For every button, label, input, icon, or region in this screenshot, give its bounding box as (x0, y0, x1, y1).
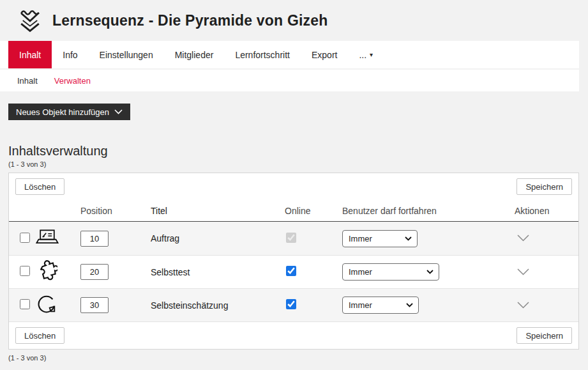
row-title: Auftrag (146, 233, 280, 243)
row-title: Selbsttest (146, 267, 280, 277)
position-input[interactable] (80, 264, 109, 280)
row-select-checkbox[interactable] (20, 266, 30, 276)
caret-down-icon: ▾ (370, 52, 373, 58)
position-input[interactable] (80, 231, 109, 247)
survey-icon (36, 293, 57, 315)
online-checkbox[interactable] (286, 299, 296, 309)
proceed-select[interactable]: Immer (342, 230, 418, 247)
result-range-bottom: (1 - 3 von 3) (8, 354, 588, 362)
subtab-bar: Inhalt Verwalten (0, 70, 579, 91)
row-actions-chevron-icon[interactable] (517, 235, 529, 242)
delete-button-top[interactable]: Löschen (15, 178, 64, 195)
column-header-actions: Aktionen (490, 206, 578, 216)
position-input[interactable] (80, 297, 109, 313)
table-row: Auftrag Immer (9, 222, 578, 255)
tab-lernfortschritt[interactable]: Lernfortschritt (224, 41, 301, 68)
proceed-select[interactable]: Immer (342, 263, 439, 281)
column-header-title: Titel (146, 206, 280, 216)
subtab-inhalt[interactable]: Inhalt (17, 76, 38, 86)
exercise-icon (36, 228, 59, 247)
app-window: Lernsequenz - Die Pyramide von Gizeh Inh… (0, 0, 588, 370)
subtab-verwalten[interactable]: Verwalten (54, 76, 91, 86)
row-actions-chevron-icon[interactable] (517, 302, 529, 309)
table-row: Selbsteinschätzung Immer (9, 288, 578, 321)
test-icon (36, 260, 57, 282)
table-row: Selbsttest Immer (9, 255, 578, 288)
column-header-position: Position (74, 206, 146, 216)
tab-export[interactable]: Export (301, 41, 348, 68)
delete-button-bottom[interactable]: Löschen (15, 327, 64, 344)
online-checkbox[interactable] (286, 266, 296, 276)
tab-inhalt[interactable]: Inhalt (8, 41, 52, 68)
table-toolbar-top: Löschen Speichern (9, 173, 578, 200)
row-select-checkbox[interactable] (20, 233, 30, 243)
proceed-select[interactable]: Immer (342, 297, 419, 314)
result-range-top: (1 - 3 von 3) (8, 160, 588, 168)
chevron-down-icon (114, 109, 123, 114)
row-actions-chevron-icon[interactable] (517, 268, 529, 275)
learning-sequence-icon (18, 7, 42, 34)
save-button-top[interactable]: Speichern (516, 178, 572, 195)
page-header: Lernsequenz - Die Pyramide von Gizeh (0, 0, 588, 41)
tab-more[interactable]: ... ▾ (348, 41, 384, 68)
save-button-bottom[interactable]: Speichern (516, 327, 572, 344)
tab-mitglieder[interactable]: Mitglieder (164, 41, 225, 68)
row-select-checkbox[interactable] (20, 299, 30, 309)
column-header-proceed: Benutzer darf fortfahren (337, 206, 490, 216)
table-toolbar-bottom: Löschen Speichern (9, 321, 578, 349)
add-object-button[interactable]: Neues Objekt hinzufügen (8, 104, 130, 120)
page-title: Lernsequenz - Die Pyramide von Gizeh (52, 12, 328, 29)
tab-info[interactable]: Info (52, 41, 88, 68)
section-heading: Inhaltsverwaltung (8, 144, 588, 158)
tab-einstellungen[interactable]: Einstellungen (89, 41, 164, 68)
online-checkbox (286, 233, 296, 243)
column-header-online: Online (280, 206, 337, 216)
table-header-row: Position Titel Online Benutzer darf fort… (9, 200, 578, 222)
row-title: Selbsteinschätzung (146, 300, 280, 311)
tab-bar: Inhalt Info Einstellungen Mitglieder Ler… (0, 41, 579, 68)
content-table: Löschen Speichern Position Titel Online … (8, 173, 579, 350)
